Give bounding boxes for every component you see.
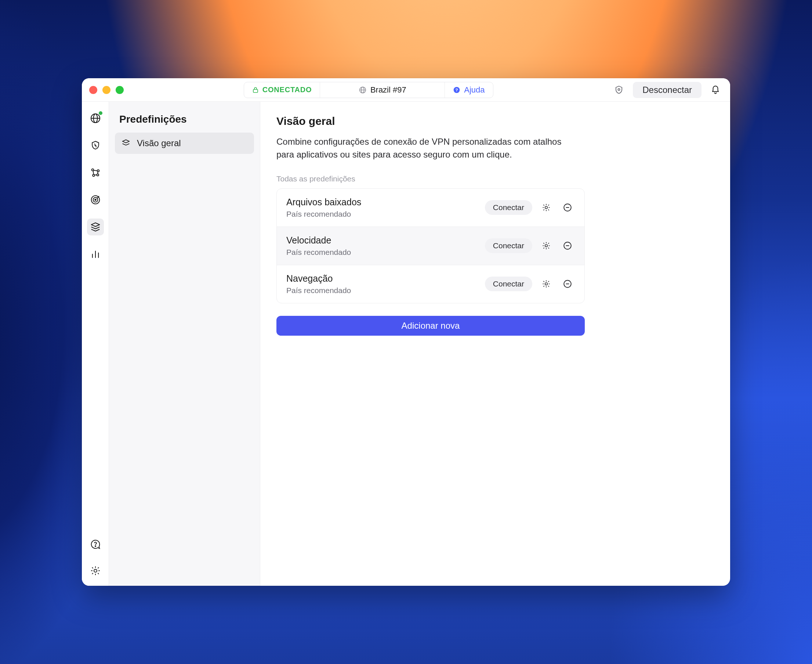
nav-settings[interactable]: [87, 562, 104, 579]
preset-connect-button[interactable]: Conectar: [485, 238, 532, 253]
window-controls: [89, 86, 130, 94]
sidebar: Predefinições Visão geral: [109, 102, 260, 586]
preset-name: Navegação: [286, 273, 478, 284]
page-title: Visão geral: [276, 115, 714, 127]
threat-protection-icon[interactable]: [612, 83, 626, 97]
preset-text: Velocidade País recomendado: [286, 235, 478, 257]
server-location-label: Brazil #97: [370, 85, 406, 95]
titlebar-info-bar: CONECTADO Brazil #97 ? Ajuda: [244, 82, 494, 98]
svg-point-14: [95, 199, 96, 200]
preset-connect-button[interactable]: Conectar: [485, 200, 532, 215]
preset-connect-button[interactable]: Conectar: [485, 277, 532, 291]
svg-point-9: [97, 170, 99, 172]
preset-settings-button[interactable]: [539, 238, 554, 253]
svg-point-16: [94, 569, 97, 572]
preset-remove-button[interactable]: [560, 277, 575, 291]
nav-target[interactable]: [87, 191, 104, 208]
server-location[interactable]: Brazil #97: [320, 82, 445, 98]
preset-remove-button[interactable]: [560, 238, 575, 253]
svg-point-8: [91, 169, 94, 171]
sidebar-item-overview[interactable]: Visão geral: [115, 133, 254, 154]
sidebar-item-label: Visão geral: [137, 138, 181, 148]
connection-status: CONECTADO: [244, 82, 320, 98]
svg-point-11: [97, 174, 99, 176]
preset-sub: País recomendado: [286, 248, 478, 257]
titlebar: CONECTADO Brazil #97 ? Ajuda: [82, 78, 730, 102]
preset-sub: País recomendado: [286, 210, 478, 218]
help-link[interactable]: ? Ajuda: [445, 82, 493, 98]
nav-mesh[interactable]: [87, 164, 104, 181]
app-body: Predefinições Visão geral Visão geral Co…: [82, 102, 730, 586]
nav-rail-bottom: [82, 536, 109, 579]
svg-point-19: [545, 244, 548, 247]
nav-presets[interactable]: [87, 218, 104, 235]
svg-point-17: [545, 207, 548, 209]
preset-row-speed: Velocidade País recomendado Conectar: [277, 226, 585, 265]
nav-rail: [82, 102, 109, 586]
add-preset-button[interactable]: Adicionar nova: [276, 316, 585, 336]
connection-status-label: CONECTADO: [263, 86, 312, 94]
titlebar-right: Desconectar: [607, 82, 723, 98]
preset-settings-button[interactable]: [539, 277, 554, 291]
nav-globe[interactable]: [87, 110, 104, 127]
preset-settings-button[interactable]: [539, 200, 554, 215]
preset-list: Arquivos baixados País recomendado Conec…: [276, 189, 585, 303]
help-icon: ?: [453, 86, 460, 94]
app-window: CONECTADO Brazil #97 ? Ajuda: [82, 78, 730, 586]
lock-icon: [252, 87, 259, 93]
nav-stats[interactable]: [87, 246, 104, 263]
titlebar-center: CONECTADO Brazil #97 ? Ajuda: [135, 82, 602, 98]
notifications-icon[interactable]: [708, 83, 723, 97]
section-label: Todas as predefinições: [276, 174, 714, 183]
preset-row-downloads: Arquivos baixados País recomendado Conec…: [277, 189, 585, 226]
nav-shield[interactable]: [87, 137, 104, 154]
nav-support[interactable]: [87, 536, 104, 553]
preset-sub: País recomendado: [286, 286, 478, 295]
help-label: Ajuda: [464, 85, 484, 95]
layers-icon: [121, 138, 131, 148]
status-dot-icon: [99, 111, 102, 115]
svg-point-21: [545, 283, 548, 285]
preset-text: Navegação País recomendado: [286, 273, 478, 295]
preset-row-browsing: Navegação País recomendado Conectar: [277, 265, 585, 303]
preset-text: Arquivos baixados País recomendado: [286, 197, 478, 218]
sidebar-title: Predefinições: [115, 111, 254, 133]
disconnect-button[interactable]: Desconectar: [633, 82, 702, 98]
svg-rect-0: [253, 89, 258, 92]
main-content: Visão geral Combine configurações de con…: [260, 102, 730, 586]
fullscreen-window-button[interactable]: [115, 86, 124, 94]
svg-text:?: ?: [456, 88, 458, 92]
svg-point-5: [618, 88, 620, 90]
preset-remove-button[interactable]: [560, 200, 575, 215]
svg-point-10: [93, 174, 95, 177]
globe-icon: [359, 86, 367, 94]
close-window-button[interactable]: [89, 86, 97, 94]
minimize-window-button[interactable]: [102, 86, 110, 94]
preset-name: Velocidade: [286, 235, 478, 246]
page-description: Combine configurações de conexão de VPN …: [276, 135, 577, 161]
preset-name: Arquivos baixados: [286, 197, 478, 207]
svg-point-15: [95, 546, 96, 547]
